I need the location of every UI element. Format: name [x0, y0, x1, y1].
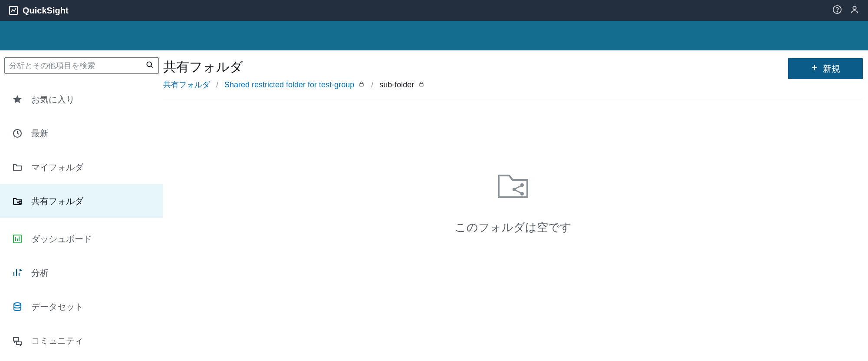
- plus-icon: [811, 64, 819, 74]
- clock-icon: [12, 128, 23, 139]
- nav-label: データセット: [31, 301, 83, 313]
- nav-label: 共有フォルダ: [31, 195, 83, 207]
- svg-point-3: [853, 7, 856, 10]
- nav-dashboards[interactable]: ダッシュボード: [0, 222, 163, 256]
- new-button-label: 新規: [823, 63, 840, 75]
- svg-point-10: [14, 303, 21, 305]
- main-content: 共有フォルダ 共有フォルダ / Shared restricted folder…: [163, 50, 868, 358]
- nav-analyses[interactable]: 分析: [0, 256, 163, 290]
- brand[interactable]: QuickSight: [9, 6, 69, 16]
- topbar: QuickSight: [0, 0, 868, 21]
- nav-datasets[interactable]: データセット: [0, 290, 163, 324]
- nav-community[interactable]: コミュニティ: [0, 324, 163, 358]
- search-icon[interactable]: [145, 60, 154, 71]
- community-icon: [12, 335, 23, 346]
- breadcrumb-current-wrap: sub-folder: [379, 80, 425, 89]
- nav-label: マイフォルダ: [31, 162, 83, 173]
- breadcrumb-current: sub-folder: [379, 80, 414, 89]
- help-icon[interactable]: [832, 5, 842, 16]
- nav-recent[interactable]: 最新: [0, 116, 163, 150]
- new-button[interactable]: 新規: [788, 58, 863, 79]
- lock-icon: [418, 80, 425, 87]
- empty-message: このフォルダは空です: [455, 220, 572, 235]
- nav-label: お気に入り: [31, 94, 75, 106]
- nav-divider: [0, 220, 163, 220]
- svg-rect-12: [420, 83, 423, 86]
- lock-icon: [358, 80, 365, 87]
- empty-folder-icon: [497, 172, 529, 201]
- breadcrumb-separator: /: [216, 80, 218, 89]
- breadcrumb-separator: /: [371, 80, 373, 89]
- nav-label: 最新: [31, 128, 49, 139]
- page-title: 共有フォルダ: [163, 58, 425, 76]
- nav-favorites[interactable]: お気に入り: [0, 83, 163, 116]
- breadcrumb-root[interactable]: 共有フォルダ: [163, 79, 210, 90]
- sidebar: お気に入り 最新 マイフォルダ 共有フォルダ: [0, 50, 163, 358]
- nav-label: ダッシュボード: [31, 233, 92, 245]
- shared-folder-icon: [12, 196, 23, 206]
- breadcrumb: 共有フォルダ / Shared restricted folder for te…: [163, 79, 425, 90]
- dataset-icon: [12, 301, 23, 312]
- nav-label: 分析: [31, 267, 49, 279]
- svg-point-2: [837, 11, 837, 12]
- svg-point-4: [147, 62, 151, 66]
- search-box[interactable]: [4, 57, 159, 74]
- breadcrumb-parent-wrap[interactable]: Shared restricted folder for test-group: [224, 80, 365, 89]
- quicksight-logo-icon: [9, 6, 18, 15]
- subheader: [0, 21, 868, 50]
- nav-my-folders[interactable]: マイフォルダ: [0, 150, 163, 184]
- dashboard-icon: [12, 234, 23, 244]
- search-input[interactable]: [9, 61, 143, 70]
- nav-label: コミュニティ: [31, 335, 83, 347]
- star-icon: [12, 94, 23, 105]
- empty-state: このフォルダは空です: [163, 98, 863, 235]
- brand-name: QuickSight: [23, 6, 69, 16]
- folder-icon: [12, 162, 23, 172]
- breadcrumb-parent[interactable]: Shared restricted folder for test-group: [224, 80, 354, 89]
- user-icon[interactable]: [850, 5, 859, 16]
- svg-rect-11: [360, 83, 363, 86]
- nav-shared-folders[interactable]: 共有フォルダ: [0, 184, 163, 218]
- analysis-icon: [12, 268, 23, 278]
